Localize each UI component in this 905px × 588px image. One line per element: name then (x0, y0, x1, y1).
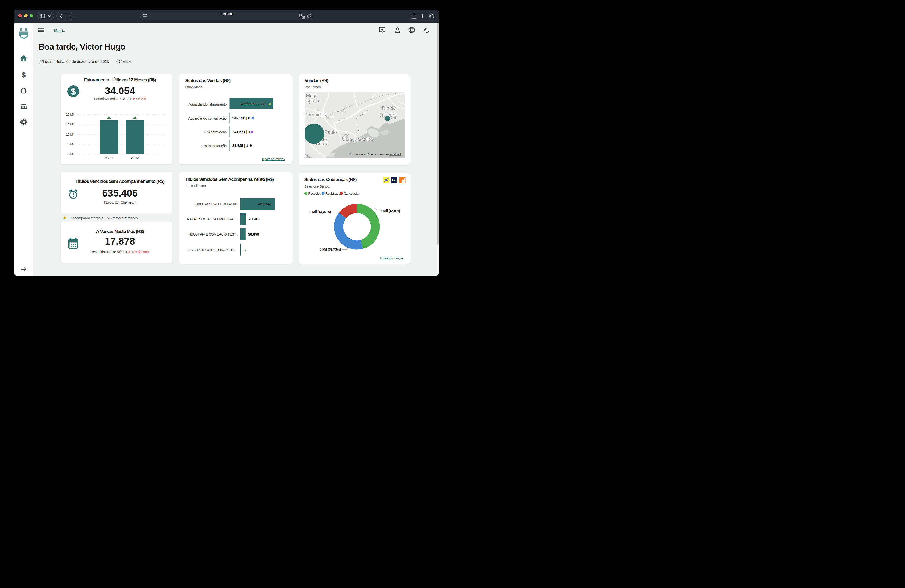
svg-text:342.598 | 8: 342.598 | 8 (232, 116, 250, 120)
svg-text:Em aprovação: Em aprovação (204, 130, 227, 134)
svg-text:31.525 | 1: 31.525 | 1 (232, 143, 248, 147)
svg-text:78.910: 78.910 (248, 217, 259, 221)
svg-text:20 Mil: 20 Mil (66, 113, 74, 116)
svg-text:RAZAO SOCIAL DA EMPRESA L...: RAZAO SOCIAL DA EMPRESA L... (187, 217, 238, 221)
svg-text:49.965.502 | 38: 49.965.502 | 38 (240, 102, 265, 106)
svg-text:Mogi: Mogi (306, 93, 316, 98)
svg-text:©2025 OSM ©2025 TomTom Feedb: ©2025 OSM ©2025 TomTom Feedback (349, 153, 402, 156)
svg-text:Em manutenção: Em manutenção (201, 144, 227, 148)
svg-text:6 Mil (45,8%): 6 Mil (45,8%) (381, 209, 400, 213)
svg-text:VICTOR HUGO PEGORARO PE...: VICTOR HUGO PEGORARO PE... (187, 248, 238, 252)
svg-text:JOAO DA SILVA PEREIRA ME: JOAO DA SILVA PEREIRA ME (194, 202, 238, 206)
svg-text:10 Mil: 10 Mil (66, 133, 74, 136)
svg-text:496.643: 496.643 (258, 202, 272, 206)
svg-text:Rio de: Rio de (382, 105, 396, 111)
svg-text:15 Mil: 15 Mil (66, 122, 74, 126)
svg-text:0 Mil: 0 Mil (67, 152, 74, 156)
svg-text:Aguardando confirmação: Aguardando confirmação (188, 116, 227, 120)
svg-text:Sã: Sã (391, 114, 397, 120)
svg-text:59.850: 59.850 (248, 232, 259, 236)
svg-text:INDUSTRIA E COMERCIO TEST...: INDUSTRIA E COMERCIO TEST... (187, 232, 238, 236)
svg-text:5 Mil: 5 Mil (67, 143, 74, 146)
svg-text:A: A (300, 14, 302, 17)
svg-text:25-01: 25-01 (105, 156, 113, 160)
svg-text:Campinas: Campinas (305, 112, 326, 118)
svg-text:★: ★ (302, 16, 304, 19)
svg-text:5 Mil (39,73%): 5 Mil (39,73%) (319, 248, 341, 251)
svg-text:2 Mil (14,47%): 2 Mil (14,47%) (310, 210, 330, 214)
svg-text:Paulo: Paulo (324, 129, 337, 135)
svg-text:241.571 | 1: 241.571 | 1 (232, 129, 250, 133)
svg-text:m: m (305, 154, 308, 159)
svg-text:25-02: 25-02 (130, 156, 138, 160)
svg-text:3: 3 (243, 248, 246, 252)
svg-text:Aguardando faturamento: Aguardando faturamento (188, 102, 227, 106)
svg-text:Caraguatatuba: Caraguatatuba (342, 137, 373, 142)
svg-text:Guaçu: Guaçu (305, 98, 319, 103)
